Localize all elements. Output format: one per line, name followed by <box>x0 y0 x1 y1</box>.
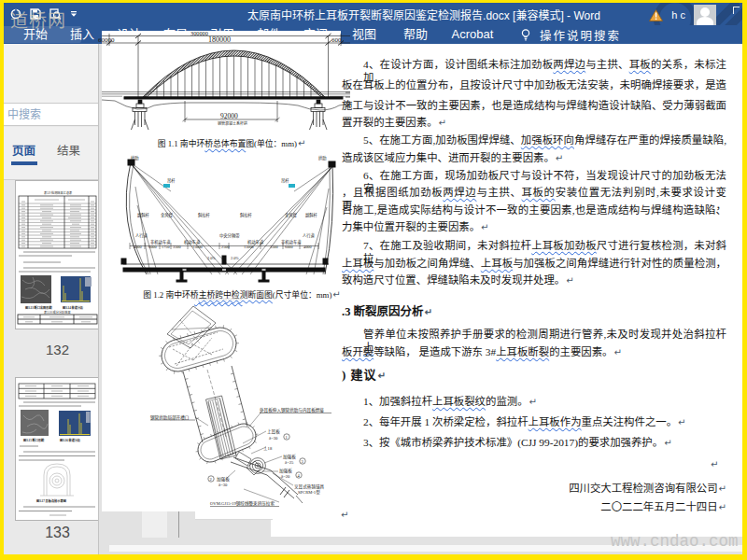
page-gap-divider <box>178 511 179 538</box>
bridge-pier-right <box>310 100 328 130</box>
svg-text:表3.9 检测结果汇总表: 表3.9 检测结果汇总表 <box>44 190 73 195</box>
tell-me-search[interactable]: 操作说明搜索 <box>519 25 621 44</box>
pylon-label: δ=30 <box>269 436 278 441</box>
thumbnail-page-number: 133 <box>4 525 98 541</box>
document-text-line[interactable]: 5、在施工方面,加劲板围焊焊缝、加强板环向角焊缝存在严重的焊接质量缺陷, <box>363 133 726 147</box>
svg-text:图3.17 耳板连接示意图: 图3.17 耳板连接示意图 <box>36 498 66 503</box>
pylon-label: 外耳板伸入钢管拱肋与内耳板焊接 <box>260 407 324 413</box>
dim-total: 300000 <box>190 30 208 36</box>
avatar[interactable] <box>694 5 716 25</box>
next-page-top-edge <box>195 511 273 520</box>
section-label: 斜拉杆 <box>198 212 211 218</box>
ribbon-tab-label: 视图 <box>352 27 376 41</box>
pylon-label: 钢管拱肋局部开槽口 <box>150 414 190 421</box>
arch-hangers <box>157 56 311 97</box>
page-thumbnail-133[interactable]: 图3.15 断口形貌 图3.16 能谱分析 图3.17 耳板连接示意图 <box>15 377 99 521</box>
screenshot-stage: 太原南中环桥上耳板开裂断裂原因鉴定检测报告.docx [兼容模式] - Word… <box>0 0 747 560</box>
ear-plate-detail-drawing: 钢管拱肋局部开槽口外耳板伸入钢管拱肋与内耳板焊接上耳板δ=30⊥18加强板δ=2… <box>102 306 350 511</box>
title-bar: 太原南中环桥上耳板开裂断裂原因鉴定检测报告.docx [兼容模式] - Word… <box>4 3 742 25</box>
callout-number: 3 <box>302 459 304 464</box>
pylon-label: OVM.GJ15-19钢绞线整束挤压拉索 <box>210 500 275 507</box>
document-text-line[interactable]: 二〇二二年五月二十四日↵ <box>467 500 726 514</box>
callout-number: 2 <box>210 477 212 482</box>
document-text-line[interactable]: .3 断裂原因分析↵ <box>342 305 432 319</box>
page-number-label: 132 <box>46 342 69 357</box>
section-dim: 15000 <box>192 245 203 249</box>
document-text-line[interactable]: 置开裂的主要因素。↵ <box>342 116 446 130</box>
section-label: 吊杆 <box>167 177 176 184</box>
section-label: 人行道 <box>135 232 148 239</box>
pylon-neck <box>183 366 247 442</box>
svg-text:图3.13 断口宏观形貌: 图3.13 断口宏观形貌 <box>25 305 52 310</box>
warning-icon[interactable] <box>649 9 663 21</box>
pylon-label: 加强板 <box>283 454 296 460</box>
document-text-line[interactable]: 致构造尺寸位置、焊缝缺陷未及时发现并处理。↵ <box>342 273 574 287</box>
navigation-pane-header <box>4 44 98 104</box>
document-text-line[interactable]: 2、每年开展 1 次桥梁定检，斜拉杆上耳板作为重点关注构件之一。↵ <box>363 415 685 429</box>
section-dim: 4000 <box>303 245 312 249</box>
document-text-line[interactable]: 1、加强斜拉杆上耳板裂纹的监测。↵ <box>363 395 537 409</box>
lightbulb-icon <box>519 28 532 41</box>
thumbnail-133-content: 图3.15 断口形貌 图3.16 能谱分析 图3.17 耳板连接示意图 <box>16 378 98 518</box>
url-watermark: www.cndao.com <box>611 532 739 551</box>
ribbon-tab[interactable]: Acrobat <box>435 25 510 44</box>
deck-note: 钢管混凝土系杆拱 <box>218 120 247 126</box>
pylon-label: ⊥18 <box>263 446 273 451</box>
figure1-caption: 图 1.1 南中环桥总体布置图(单位：mm)↵ <box>107 137 356 149</box>
bridge-pier-left <box>132 100 149 130</box>
section-label: 吊杆 <box>281 177 289 184</box>
dotted-row: ○○○○○○○○○○○○○○○○ <box>194 297 243 301</box>
section-dim: 6000 <box>148 245 157 249</box>
ribbon-tab-label: 帮助 <box>403 27 428 41</box>
nav-tab-strip: 页面 结果 <box>4 127 98 180</box>
document-text-line[interactable]: 板在耳板上的位置分布，且按设计尺寸中加劲板无法安装，未明确焊接要求，是造 <box>342 78 726 91</box>
document-text-line[interactable]: 目施工,是造成实际结构与设计不一致的主要因素,也是造成结构与焊缝构造缺陷、 <box>342 203 726 217</box>
document-text-line[interactable]: 力集中位置开裂的主要因素。↵ <box>342 220 488 234</box>
section-dim: 3500 <box>173 245 181 249</box>
figure1-caption-text: 图 1.1 南中环桥总体布置图(单位：mm) <box>158 139 297 148</box>
document-text-line[interactable]: 造成该区域应力集中、进而开裂的主要因素。↵ <box>342 151 563 165</box>
bridge-elevation-drawing: 300000 60000 180000 600 92000 钢管混凝土系杆拱 <box>102 31 350 149</box>
section-label: 2.0% <box>207 256 216 260</box>
document-text-line[interactable]: ↵ <box>340 508 348 522</box>
section-label: 拱肋 <box>318 155 327 161</box>
window-title: 太原南中环桥上耳板开裂断裂原因鉴定检测报告.docx [兼容模式] - Word <box>4 7 742 22</box>
pylon-label: SPCRM-1型 <box>298 489 320 495</box>
nav-tab-results[interactable]: 结果 <box>57 141 80 159</box>
document-text-line[interactable]: 四川交大工程检测咨询有限公司↵ <box>467 482 726 496</box>
user-label[interactable]: h c <box>671 9 685 21</box>
svg-text:图3.14 能谱分析: 图3.14 能谱分析 <box>63 305 84 310</box>
document-text-line[interactable]: 施工与设计不一致的主要因素，也是造成结构与焊缝构造设计缺陷、受力薄弱截面 <box>342 99 726 112</box>
qat-dropdown-icon[interactable] <box>70 11 78 17</box>
section-label: 斜拉杆 <box>240 212 253 218</box>
section-label: 中央分隔带 <box>219 232 240 239</box>
dim-left-span: 60000 <box>98 36 115 44</box>
section-dim: 3500 <box>270 245 278 249</box>
thumbnail-page-number: 132 <box>4 342 98 357</box>
document-text-line[interactable]: ) 建议↵ <box>342 369 387 383</box>
window-control-fragment-icon[interactable] <box>733 7 740 14</box>
pylon-label: 加强板 <box>217 476 230 483</box>
cable-bundle <box>208 399 233 456</box>
next-page-gap-block <box>142 511 167 538</box>
navigation-pane: 中搜索 页面 结果 表3.9 检测结果汇总表 <box>4 44 99 554</box>
nav-search-input[interactable]: 中搜索 <box>4 104 98 126</box>
bridge-deck <box>102 92 350 100</box>
page-thumbnail-132[interactable]: 表3.9 检测结果汇总表 <box>15 180 99 329</box>
document-text-line[interactable]: 3、按《城市桥梁养护技术标准》(CJJ 99-2017)的要求加强养护。↵ <box>363 436 672 450</box>
svg-text:图3.15 断口形貌: 图3.15 断口形貌 <box>23 438 45 442</box>
callout-number: 1 <box>286 435 288 440</box>
pylon-small-obround <box>198 424 256 462</box>
section-label: 全风撑 <box>161 212 174 218</box>
pylon-label: 上耳板 <box>267 428 280 435</box>
nav-tab-pages[interactable]: 页面 <box>12 141 35 159</box>
section-label: 拱肋 <box>131 155 139 161</box>
document-text-line[interactable]: ↵ <box>710 457 718 471</box>
section-dim: 2500 <box>221 245 230 249</box>
section-label: 人行道 <box>303 232 316 239</box>
svg-text:表3.10 成分分析结果: 表3.10 成分分析结果 <box>44 310 71 315</box>
document-text-line[interactable]: 上耳板与加劲板之间角焊缝、上耳板与加强板之间角焊缝进行针对性的质量检测， <box>342 257 726 270</box>
section-label: 2.0% <box>231 256 239 260</box>
document-text-line[interactable]: 板开裂等缺陷， 是造成下游东 3#上耳板断裂的主要因素。↵ <box>342 345 622 359</box>
pylon-label: δ=25 <box>285 460 294 465</box>
